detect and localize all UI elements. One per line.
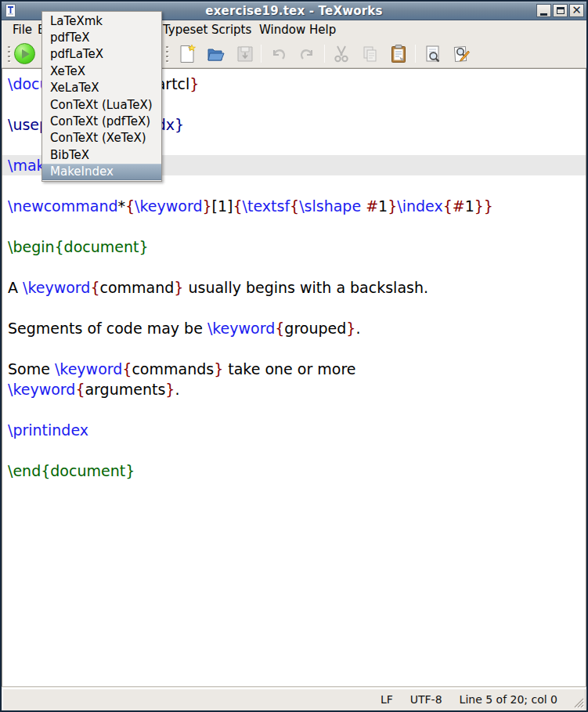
maximize-button[interactable]	[553, 4, 568, 17]
menu-file[interactable]: File	[11, 22, 34, 38]
redo-icon	[298, 44, 318, 64]
resize-grip[interactable]	[572, 696, 584, 708]
engine-option-latexmk[interactable]: LaTeXmk	[42, 13, 161, 29]
code-segment: \begin{document}	[8, 238, 149, 255]
code-line-15[interactable]: Some \keyword{commands} take one or more	[2, 359, 586, 379]
code-segment: commands	[132, 360, 214, 378]
code-segment: {	[275, 320, 284, 337]
engine-option-xelatex[interactable]: XeLaTeX	[42, 80, 161, 96]
menu-help[interactable]: Help	[308, 22, 337, 38]
statusbar: LF UTF-8 Line 5 of 20; col 0	[2, 688, 586, 710]
toolbar-separator	[324, 45, 325, 63]
code-segment: }	[189, 75, 199, 92]
close-button[interactable]: ✕	[569, 4, 584, 17]
code-line-18[interactable]: \printindex	[2, 420, 586, 440]
copy-button	[359, 42, 381, 65]
engine-option-context-luatex[interactable]: ConTeXt (LuaTeX)	[42, 96, 161, 113]
engine-option-pdflatex[interactable]: pdfLaTeX	[42, 46, 161, 63]
code-line-13[interactable]: Segments of code may be \keyword{grouped…	[2, 318, 586, 338]
code-segment: {	[125, 197, 135, 215]
play-icon	[14, 43, 35, 64]
code-segment: grouped	[284, 320, 346, 337]
code-segment: [1]	[212, 197, 233, 215]
code-segment: {	[75, 381, 85, 398]
code-segment: #	[453, 197, 465, 215]
code-segment: \keyword	[8, 381, 75, 398]
code-line-10[interactable]	[2, 257, 586, 277]
engine-option-xetex[interactable]: XeTeX	[42, 63, 161, 79]
code-line-19[interactable]	[2, 440, 586, 461]
code-segment: \textsf	[243, 197, 290, 215]
copy-icon	[360, 44, 381, 64]
find-replace-button[interactable]	[450, 42, 473, 65]
code-line-9[interactable]: \begin{document}	[2, 237, 586, 257]
engine-option-makeindex[interactable]: MakeIndex	[42, 164, 161, 180]
code-line-12[interactable]	[2, 298, 586, 318]
open-folder-icon	[206, 44, 226, 64]
toolbar-drag-handle[interactable]	[7, 45, 11, 63]
code-segment: arguments	[85, 381, 165, 398]
code-segment: }	[202, 197, 211, 215]
paste-button[interactable]	[387, 42, 409, 65]
menu-scripts[interactable]: Scripts	[210, 22, 253, 38]
code-segment: \keyword	[23, 279, 90, 296]
redo-button	[296, 42, 319, 65]
code-line-11[interactable]: A \keyword{command} usually begins with …	[2, 277, 586, 298]
clipboard-icon	[388, 44, 409, 64]
new-document-button[interactable]	[175, 42, 198, 65]
code-line-20[interactable]: \end{document}	[2, 461, 586, 481]
undo-icon	[268, 44, 288, 64]
toolbar-separator	[415, 45, 416, 63]
code-segment: }	[214, 360, 223, 378]
code-line-16[interactable]: \keyword{arguments}.	[2, 379, 586, 399]
engine-option-context-xetex[interactable]: ConTeXt (XeTeX)	[42, 130, 161, 146]
code-segment: }	[346, 320, 355, 337]
code-line-7[interactable]: \newcommand*{\keyword}[1]{\textsf{\slsha…	[2, 196, 586, 216]
open-document-button[interactable]	[204, 42, 227, 65]
code-segment: Some	[8, 360, 55, 378]
code-segment: 1	[465, 197, 474, 215]
engine-option-bibtex[interactable]: BibTeX	[42, 146, 161, 163]
cursor-position-indicator: Line 5 of 20; col 0	[460, 693, 557, 706]
code-segment: #	[366, 197, 378, 215]
code-line-8[interactable]	[2, 216, 586, 237]
code-segment: {	[122, 360, 132, 378]
code-segment: .	[175, 381, 179, 398]
code-segment: \newcommand	[8, 197, 118, 215]
code-segment: 1	[378, 197, 388, 215]
code-line-14[interactable]	[2, 338, 586, 359]
typeset-play-button[interactable]	[13, 42, 36, 65]
menu-window[interactable]: Window	[258, 22, 307, 38]
code-segment: }	[174, 279, 183, 296]
minimize-button[interactable]	[536, 4, 551, 17]
code-segment: \keyword	[55, 360, 122, 378]
code-segment: \index	[397, 197, 442, 215]
code-line-17[interactable]	[2, 399, 586, 420]
code-segment: {	[290, 197, 299, 215]
code-segment: command	[100, 279, 175, 296]
undo-button	[266, 42, 289, 65]
find-button[interactable]	[421, 42, 444, 65]
maximize-icon	[557, 7, 565, 14]
cut-button	[330, 42, 352, 65]
code-segment: \slshape	[299, 197, 361, 215]
code-segment: *	[118, 197, 126, 215]
menu-typeset[interactable]: Typeset	[161, 22, 209, 38]
code-segment: }	[388, 197, 397, 215]
texworks-window: exercise19.tex - TeXworks ✕ FileEditType…	[0, 0, 588, 712]
toolbar-drag-handle[interactable]	[165, 45, 169, 63]
engine-option-context-pdftex[interactable]: ConTeXt (pdfTeX)	[42, 113, 161, 129]
toolbar-separator	[261, 45, 262, 63]
code-segment: \keyword	[207, 320, 275, 337]
code-segment: .	[355, 320, 360, 337]
search-replace-icon	[452, 44, 472, 64]
code-segment: usually begins with a backslash.	[183, 279, 428, 296]
typeset-engine-dropdown: LaTeXmkpdfTeXpdfLaTeXXeTeXXeLaTeXConTeXt…	[41, 11, 162, 182]
code-segment: A	[8, 279, 23, 296]
code-segment: {	[233, 197, 243, 215]
save-button	[233, 42, 256, 65]
engine-option-pdftex[interactable]: pdfTeX	[42, 29, 161, 45]
code-segment: {	[90, 279, 99, 296]
code-segment: \end{document}	[8, 462, 135, 479]
line-ending-indicator: LF	[381, 693, 393, 706]
